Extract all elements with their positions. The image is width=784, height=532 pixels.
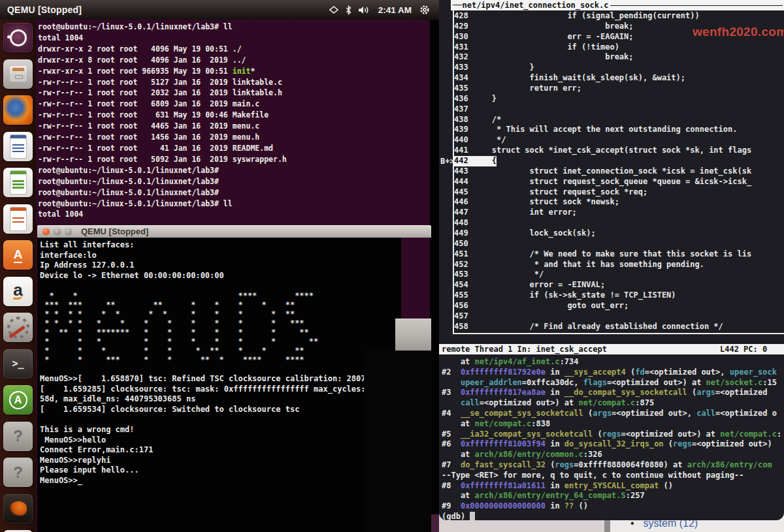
source-line-456: 456 goto out_err; — [454, 301, 784, 311]
source-line-448: 448 — [454, 218, 784, 228]
source-line-439: 439 * This will accept the next outstand… — [454, 125, 784, 135]
unknown-app-1-glyph-icon: ? — [13, 427, 23, 445]
output-line: -rw-r--r-- 1 root root 41 Jan 16 2019 RE… — [38, 143, 287, 154]
output-line: root@ubuntu:~/linux-5.0.1/linuxnet/lab3#… — [38, 22, 287, 33]
output-line: -rw-r--r-- 1 root root 5127 Jan 16 2019 … — [38, 77, 287, 88]
terminal-output: root@ubuntu:~/linux-5.0.1/linuxnet/lab3#… — [38, 22, 287, 220]
gdb-source-view[interactable]: 428 if (signal_pending(current))429 brea… — [454, 11, 784, 332]
source-line-458: 458 /* Find already established connecti… — [454, 322, 784, 332]
output-line: * * * * * * ** * * ** — [40, 346, 384, 355]
source-line-432: 432 break; — [454, 52, 784, 63]
unknown-app-2-glyph-icon: ? — [13, 463, 23, 482]
session-gear-icon[interactable] — [419, 5, 430, 15]
gdb-console-output[interactable]: at net/ipv4/af_inet.c:734#2 0xffffffff81… — [442, 357, 784, 520]
output-line: * * *** * * ** * **** **** — [40, 355, 384, 364]
output-line: root@ubuntu:~/linux-5.0.1/linuxnet/lab3# — [38, 165, 287, 176]
impress-icon — [10, 208, 26, 230]
output-line: *** *** ** ** * * * * ** — [40, 300, 384, 309]
output-line: call=<optimized out>) at net/compat.c:87… — [442, 398, 784, 409]
close-button[interactable] — [42, 228, 50, 235]
source-line-445: 445 struct request_sock *req; — [454, 187, 784, 198]
network-icon[interactable] — [329, 5, 339, 14]
output-line: -rwxr-xr-x 1 root root 966935 May 19 00:… — [38, 66, 287, 77]
clock[interactable]: 2:41 AM — [378, 5, 412, 15]
output-line: #7 do_fast_syscall_32 (regs=0xffff888006… — [442, 460, 784, 471]
bird-icon — [10, 501, 27, 516]
output-line: upeer_addrlen=0xffca30dc, flags=<optimiz… — [442, 378, 784, 388]
menuos-display[interactable]: List all interfaces:interface:loIp Addre… — [37, 238, 401, 532]
output-line: --Type <RET> for more, q to quit, c to c… — [442, 471, 784, 481]
launcher-item-amazon[interactable]: a — [3, 277, 33, 306]
system-tray[interactable]: 2:41 AM — [329, 0, 430, 20]
source-file-title: net/ipv4/inet_connection_sock.c — [462, 1, 608, 10]
output-line: -rw-r--r-- 1 root root 5092 Jan 16 2019 … — [38, 154, 287, 165]
output-line: #8 0xffffffff81a01611 in entry_SYSCALL_c… — [442, 481, 784, 492]
header-dashes: ── — [453, 1, 462, 10]
launcher-item-firefox[interactable] — [3, 95, 33, 125]
output-line: at arch/x86/entry/common.c:326 — [442, 450, 784, 460]
output-line: at net/compat.c:838 — [442, 419, 784, 430]
launcher-item-software-center[interactable]: A — [3, 240, 33, 270]
output-line: root@ubuntu:~/linux-5.0.1/linuxnet/lab3# — [38, 176, 287, 187]
amazon-glyph-icon: a — [13, 283, 22, 300]
volume-icon[interactable] — [358, 5, 370, 15]
status-right: L442 PC: 0 — [720, 344, 767, 354]
background-window-titlebar-fragment — [395, 319, 431, 351]
launcher-item-files[interactable] — [3, 59, 33, 89]
window-title: QEMU [Stopped] — [7, 5, 82, 15]
breakpoint-marker: B+> — [440, 157, 455, 166]
launcher-item-bird-app[interactable] — [3, 494, 33, 524]
software-updater-glyph-icon: A — [9, 391, 27, 409]
launcher-item-lo-calc[interactable] — [3, 168, 33, 197]
watermark-text: wenfh2020.com — [693, 25, 784, 39]
launcher-item-ubuntu-dash[interactable] — [3, 23, 33, 52]
output-line: Connect Error,main.c:171 — [40, 445, 384, 456]
bluetooth-icon[interactable] — [345, 5, 352, 15]
output-line: MenuOS>>_ — [40, 476, 384, 486]
source-line-431: 431 if (!timeo) — [454, 42, 784, 53]
launcher-item-unknown-app-2[interactable]: ? — [3, 458, 33, 487]
source-line-452: 452 * and that it has something pending. — [454, 260, 784, 270]
output-line: root@ubuntu:~/linux-5.0.1/linuxnet/lab3#… — [38, 198, 287, 210]
output-line: * * * * * * * * * * * * *** — [40, 319, 384, 328]
source-line-441: 441 struct sock *inet_csk_accept(struct … — [454, 146, 784, 156]
gdb-terminal-window[interactable]: ── net/ipv4/inet_connection_sock.c B+> 4… — [439, 0, 784, 520]
output-line: drwxr-xr-x 8 root root 4096 Jan 16 2019 … — [38, 55, 287, 66]
launcher-sidebar: Aa>_A?? — [0, 20, 36, 532]
menuos-window-title: QEMU [Stopped] — [81, 227, 148, 236]
launcher-item-settings[interactable] — [3, 313, 33, 342]
launcher-item-lo-writer[interactable] — [3, 132, 33, 161]
output-line: [ 1.659534] clocksource: Switched to clo… — [40, 405, 384, 415]
output-line: -rw-r--r-- 1 root root 6809 Jan 16 2019 … — [38, 99, 287, 110]
calc-icon — [10, 171, 26, 194]
output-line: [ 1.659285] clocksource: tsc: mask: 0xff… — [40, 384, 384, 395]
gdb-cursor — [470, 512, 475, 520]
maximize-button[interactable] — [65, 228, 72, 235]
source-line-453: 453 */ — [454, 270, 784, 280]
minimize-button[interactable] — [54, 228, 61, 235]
launcher-item-lo-impress[interactable] — [3, 204, 33, 234]
top-panel: QEMU [Stopped] 2:41 AM — [0, 0, 439, 20]
source-line-443: 443 struct inet_connection_sock *icsk = … — [454, 166, 784, 177]
output-line: total 1004 — [38, 209, 287, 220]
output-line: at net/ipv4/af_inet.c:734 — [442, 357, 784, 368]
launcher-item-terminal[interactable]: >_ — [3, 349, 33, 379]
output-line: -rw-r--r-- 1 root root 2032 Jan 16 2019 … — [38, 87, 287, 99]
source-line-435: 435 return err; — [454, 84, 784, 94]
output-line: #3 0xffffffff817ea8ae in __do_compat_sys… — [442, 388, 784, 398]
launcher-item-software-updater[interactable]: A — [3, 385, 33, 415]
output-line — [40, 364, 384, 375]
source-line-451: 451 /* We need to make sure that this so… — [454, 249, 784, 260]
source-line-440: 440 */ — [454, 135, 784, 146]
output-line: -rw-r--r-- 1 root root 1456 Jan 16 2019 … — [38, 132, 287, 143]
menuos-titlebar[interactable]: QEMU [Stopped] — [37, 225, 431, 238]
launcher-item-unknown-app-1[interactable]: ? — [3, 422, 33, 451]
output-line: * * * * * * * * * ** — [40, 337, 384, 346]
files-icon — [10, 66, 27, 82]
software-center-glyph-icon: A — [14, 247, 23, 263]
qemu-window-border — [430, 20, 439, 514]
output-line: Ip Address 127.0.0.1 — [40, 260, 384, 271]
output-line: root@ubuntu:~/linux-5.0.1/linuxnet/lab3# — [38, 187, 287, 198]
background-window-fragment — [364, 351, 431, 532]
output-line: #2 0xffffffff81792e0e in __sys_accept4 (… — [442, 368, 784, 378]
